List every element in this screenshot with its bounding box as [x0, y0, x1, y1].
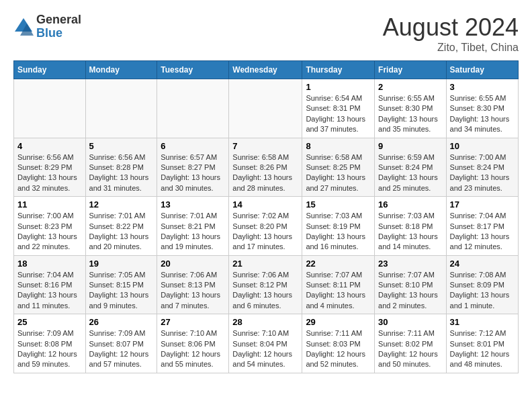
header-day: Monday: [85, 61, 157, 79]
day-info: Sunrise: 6:56 AM Sunset: 8:29 PM Dayligh…: [17, 152, 82, 194]
calendar-cell: 14Sunrise: 7:02 AM Sunset: 8:20 PM Dayli…: [229, 197, 302, 256]
day-info: Sunrise: 6:55 AM Sunset: 8:30 PM Dayligh…: [450, 93, 515, 135]
day-info: Sunrise: 6:57 AM Sunset: 8:27 PM Dayligh…: [161, 152, 225, 194]
day-info: Sunrise: 7:07 AM Sunset: 8:10 PM Dayligh…: [378, 270, 442, 312]
calendar-week-row: 1Sunrise: 6:54 AM Sunset: 8:31 PM Daylig…: [14, 79, 519, 138]
day-number: 23: [378, 259, 442, 269]
calendar-cell: 12Sunrise: 7:01 AM Sunset: 8:22 PM Dayli…: [85, 197, 157, 256]
logo-icon: [13, 17, 34, 37]
day-number: 12: [89, 199, 154, 210]
day-info: Sunrise: 7:12 AM Sunset: 8:01 PM Dayligh…: [450, 328, 515, 370]
header-day: Thursday: [302, 61, 375, 79]
calendar-cell: [85, 79, 157, 138]
calendar-cell: 25Sunrise: 7:09 AM Sunset: 8:08 PM Dayli…: [14, 314, 86, 373]
calendar-cell: 22Sunrise: 7:07 AM Sunset: 8:11 PM Dayli…: [302, 255, 375, 314]
day-info: Sunrise: 7:10 AM Sunset: 8:06 PM Dayligh…: [161, 328, 225, 370]
day-info: Sunrise: 7:09 AM Sunset: 8:07 PM Dayligh…: [89, 328, 154, 370]
day-number: 8: [306, 141, 371, 151]
day-number: 11: [17, 199, 82, 210]
calendar-cell: 27Sunrise: 7:10 AM Sunset: 8:06 PM Dayli…: [157, 314, 229, 373]
logo-text: General Blue: [36, 13, 81, 40]
calendar-cell: 19Sunrise: 7:05 AM Sunset: 8:15 PM Dayli…: [85, 255, 157, 314]
calendar-cell: 30Sunrise: 7:11 AM Sunset: 8:02 PM Dayli…: [375, 314, 446, 373]
calendar-week-row: 11Sunrise: 7:00 AM Sunset: 8:23 PM Dayli…: [14, 197, 519, 256]
day-number: 26: [89, 317, 154, 327]
calendar-cell: 13Sunrise: 7:01 AM Sunset: 8:21 PM Dayli…: [157, 197, 229, 256]
day-number: 27: [161, 317, 225, 327]
day-number: 3: [450, 82, 515, 92]
calendar-cell: 7Sunrise: 6:58 AM Sunset: 8:26 PM Daylig…: [229, 138, 302, 197]
calendar-cell: 16Sunrise: 7:03 AM Sunset: 8:18 PM Dayli…: [375, 197, 446, 256]
day-info: Sunrise: 7:04 AM Sunset: 8:16 PM Dayligh…: [17, 270, 82, 312]
day-info: Sunrise: 7:01 AM Sunset: 8:21 PM Dayligh…: [161, 211, 225, 253]
day-number: 10: [450, 141, 515, 151]
calendar-header: SundayMondayTuesdayWednesdayThursdayFrid…: [14, 61, 519, 79]
day-number: 14: [232, 199, 298, 210]
day-info: Sunrise: 6:56 AM Sunset: 8:28 PM Dayligh…: [89, 152, 154, 194]
calendar-cell: 28Sunrise: 7:10 AM Sunset: 8:04 PM Dayli…: [229, 314, 302, 373]
title-block: August 2024 Zito, Tibet, China: [383, 13, 519, 54]
calendar-cell: 1Sunrise: 6:54 AM Sunset: 8:31 PM Daylig…: [302, 79, 375, 138]
location-subtitle: Zito, Tibet, China: [383, 42, 519, 54]
day-info: Sunrise: 6:59 AM Sunset: 8:24 PM Dayligh…: [378, 152, 442, 194]
day-info: Sunrise: 6:58 AM Sunset: 8:25 PM Dayligh…: [306, 152, 371, 194]
calendar-cell: 31Sunrise: 7:12 AM Sunset: 8:01 PM Dayli…: [446, 314, 518, 373]
calendar-week-row: 18Sunrise: 7:04 AM Sunset: 8:16 PM Dayli…: [14, 255, 519, 314]
day-info: Sunrise: 7:05 AM Sunset: 8:15 PM Dayligh…: [89, 270, 154, 312]
calendar-cell: 9Sunrise: 6:59 AM Sunset: 8:24 PM Daylig…: [375, 138, 446, 197]
calendar-cell: 4Sunrise: 6:56 AM Sunset: 8:29 PM Daylig…: [14, 138, 86, 197]
calendar-body: 1Sunrise: 6:54 AM Sunset: 8:31 PM Daylig…: [14, 79, 519, 373]
day-info: Sunrise: 7:06 AM Sunset: 8:12 PM Dayligh…: [232, 270, 298, 312]
day-info: Sunrise: 7:06 AM Sunset: 8:13 PM Dayligh…: [161, 270, 225, 312]
calendar-cell: 5Sunrise: 6:56 AM Sunset: 8:28 PM Daylig…: [85, 138, 157, 197]
calendar-cell: [14, 79, 86, 138]
day-number: 16: [378, 199, 442, 210]
day-number: 7: [232, 141, 298, 151]
day-number: 28: [232, 317, 298, 327]
header-row: SundayMondayTuesdayWednesdayThursdayFrid…: [14, 61, 519, 79]
day-info: Sunrise: 7:00 AM Sunset: 8:24 PM Dayligh…: [450, 152, 515, 194]
header-day: Friday: [375, 61, 446, 79]
day-info: Sunrise: 6:58 AM Sunset: 8:26 PM Dayligh…: [232, 152, 298, 194]
day-number: 1: [306, 82, 371, 92]
day-number: 20: [161, 259, 225, 269]
logo: General Blue: [13, 13, 81, 40]
day-number: 22: [306, 259, 371, 269]
header-day: Tuesday: [157, 61, 229, 79]
day-info: Sunrise: 7:09 AM Sunset: 8:08 PM Dayligh…: [17, 328, 82, 370]
day-info: Sunrise: 7:02 AM Sunset: 8:20 PM Dayligh…: [232, 211, 298, 253]
calendar-cell: 21Sunrise: 7:06 AM Sunset: 8:12 PM Dayli…: [229, 255, 302, 314]
day-number: 4: [17, 141, 82, 151]
logo-general: General: [36, 13, 81, 27]
day-info: Sunrise: 7:10 AM Sunset: 8:04 PM Dayligh…: [232, 328, 298, 370]
calendar-cell: 10Sunrise: 7:00 AM Sunset: 8:24 PM Dayli…: [446, 138, 518, 197]
day-number: 21: [232, 259, 298, 269]
header-day: Sunday: [14, 61, 86, 79]
day-number: 5: [89, 141, 154, 151]
day-number: 6: [161, 141, 225, 151]
calendar-cell: 23Sunrise: 7:07 AM Sunset: 8:10 PM Dayli…: [375, 255, 446, 314]
day-number: 13: [161, 199, 225, 210]
day-info: Sunrise: 7:04 AM Sunset: 8:17 PM Dayligh…: [450, 211, 515, 253]
calendar-cell: [157, 79, 229, 138]
day-number: 19: [89, 259, 154, 269]
calendar-cell: 15Sunrise: 7:03 AM Sunset: 8:19 PM Dayli…: [302, 197, 375, 256]
calendar-table: SundayMondayTuesdayWednesdayThursdayFrid…: [13, 60, 519, 373]
calendar-cell: 6Sunrise: 6:57 AM Sunset: 8:27 PM Daylig…: [157, 138, 229, 197]
day-number: 29: [306, 317, 371, 327]
day-info: Sunrise: 6:54 AM Sunset: 8:31 PM Dayligh…: [306, 93, 371, 135]
day-info: Sunrise: 7:11 AM Sunset: 8:03 PM Dayligh…: [306, 328, 371, 370]
calendar-cell: [229, 79, 302, 138]
calendar-cell: 18Sunrise: 7:04 AM Sunset: 8:16 PM Dayli…: [14, 255, 86, 314]
day-info: Sunrise: 7:03 AM Sunset: 8:18 PM Dayligh…: [378, 211, 442, 253]
day-number: 15: [306, 199, 371, 210]
header-day: Saturday: [446, 61, 518, 79]
page-header: General Blue August 2024 Zito, Tibet, Ch…: [13, 13, 519, 54]
calendar-cell: 11Sunrise: 7:00 AM Sunset: 8:23 PM Dayli…: [14, 197, 86, 256]
day-number: 30: [378, 317, 442, 327]
calendar-cell: 29Sunrise: 7:11 AM Sunset: 8:03 PM Dayli…: [302, 314, 375, 373]
day-number: 17: [450, 199, 515, 210]
day-number: 25: [17, 317, 82, 327]
day-info: Sunrise: 6:55 AM Sunset: 8:30 PM Dayligh…: [378, 93, 442, 135]
day-number: 2: [378, 82, 442, 92]
